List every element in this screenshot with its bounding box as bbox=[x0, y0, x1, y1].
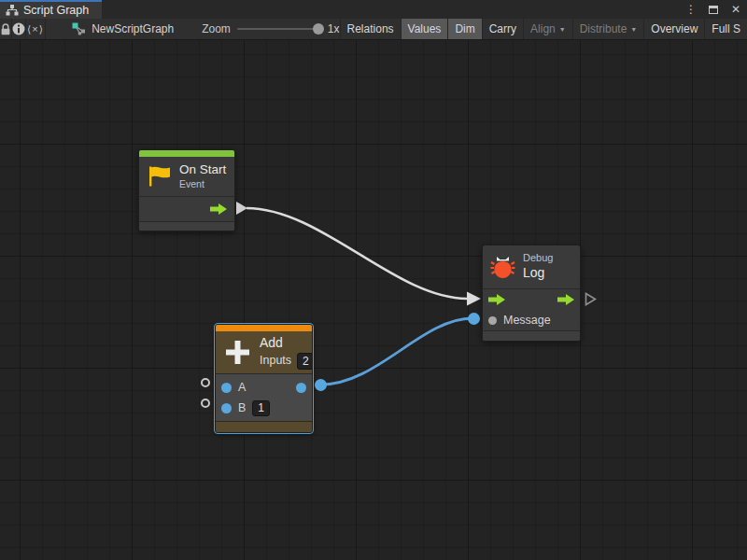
window-menu-icon[interactable]: ⋮ bbox=[684, 2, 698, 17]
node-subtitle: Event bbox=[179, 178, 226, 190]
flow-out-arrow-icon[interactable] bbox=[210, 203, 227, 215]
connected-output-port-dot[interactable] bbox=[315, 379, 327, 391]
node-category: Debug bbox=[523, 252, 553, 265]
connected-message-port-dot[interactable] bbox=[468, 313, 480, 325]
graph-name: NewScriptGraph bbox=[92, 22, 174, 35]
zoom-control: Zoom 1x bbox=[202, 19, 339, 39]
port-row-b: B 1 bbox=[216, 398, 312, 418]
distribute-button[interactable]: Distribute ▼ bbox=[572, 19, 644, 39]
node-on-start-ports bbox=[139, 196, 234, 221]
node-add-footer bbox=[216, 421, 312, 432]
node-debug-log-ports: Message bbox=[483, 288, 580, 330]
port-row-a: A bbox=[216, 377, 312, 398]
graph-breadcrumb[interactable]: NewScriptGraph bbox=[66, 19, 179, 39]
titlebar: Script Graph ⋮ ✕ bbox=[0, 0, 747, 19]
value-wire-add-to-message[interactable] bbox=[321, 318, 472, 385]
zoom-slider[interactable] bbox=[237, 28, 321, 30]
overview-button[interactable]: Overview bbox=[643, 19, 704, 39]
graph-toolbar: ⟨×⟩ NewScriptGraph Zoom 1x Relations V bbox=[0, 19, 747, 40]
close-icon[interactable]: ✕ bbox=[728, 2, 743, 17]
flow-output-port[interactable] bbox=[236, 202, 247, 215]
input-port-a[interactable] bbox=[221, 383, 232, 393]
dim-button[interactable]: Dim bbox=[447, 19, 481, 39]
code-preview-button[interactable]: ⟨×⟩ bbox=[26, 19, 46, 39]
tab-title: Script Graph bbox=[23, 4, 89, 17]
chevron-down-icon: ▼ bbox=[630, 25, 637, 33]
zoom-value: 1x bbox=[328, 22, 340, 35]
chevron-down-icon: ▼ bbox=[559, 25, 566, 33]
output-port-sum[interactable] bbox=[296, 383, 306, 393]
info-button[interactable] bbox=[12, 19, 26, 39]
align-button[interactable]: Align ▼ bbox=[523, 19, 572, 39]
message-port-label: Message bbox=[503, 314, 551, 327]
graph-hierarchy-icon bbox=[6, 5, 19, 16]
node-debug-log-footer bbox=[483, 330, 580, 341]
carry-label: Carry bbox=[489, 22, 516, 35]
flow-out-arrow-icon[interactable] bbox=[557, 294, 574, 305]
event-colorbar bbox=[139, 150, 234, 157]
fullscreen-label: Full S bbox=[712, 22, 740, 35]
node-on-start[interactable]: On Start Event bbox=[138, 149, 235, 231]
node-add-header: Add Inputs 2 bbox=[216, 331, 312, 373]
node-add-ports: A B 1 bbox=[216, 373, 312, 421]
graph-canvas[interactable]: On Start Event bbox=[0, 40, 747, 560]
bug-icon bbox=[490, 256, 515, 279]
maximize-icon[interactable] bbox=[706, 2, 721, 17]
node-on-start-header: On Start Event bbox=[139, 157, 234, 196]
values-label: Values bbox=[408, 22, 442, 35]
flow-port-row bbox=[483, 289, 580, 310]
overview-label: Overview bbox=[651, 22, 698, 35]
node-title: Log bbox=[523, 265, 553, 282]
zoom-label: Zoom bbox=[202, 22, 231, 35]
info-icon bbox=[12, 22, 25, 35]
input-port-b[interactable] bbox=[221, 403, 232, 413]
lock-icon bbox=[0, 23, 11, 35]
relations-label: Relations bbox=[347, 22, 394, 35]
flag-icon bbox=[147, 164, 172, 189]
math-colorbar bbox=[216, 325, 312, 331]
script-graph-window: Script Graph ⋮ ✕ bbox=[0, 0, 747, 560]
code-icon: ⟨×⟩ bbox=[27, 23, 44, 35]
script-graph-asset-icon bbox=[72, 22, 86, 35]
toolbar-buttons: Relations Values Dim Carry Align ▼ Distr… bbox=[340, 19, 747, 39]
message-port-row: Message bbox=[483, 310, 580, 330]
unconnected-flow-output-port[interactable] bbox=[585, 292, 597, 306]
lock-button[interactable] bbox=[0, 19, 12, 39]
node-title: Add bbox=[260, 335, 313, 352]
tab-script-graph[interactable]: Script Graph bbox=[0, 0, 102, 19]
node-on-start-footer bbox=[139, 221, 234, 231]
maximize-glyph bbox=[709, 6, 718, 14]
dim-label: Dim bbox=[455, 22, 474, 35]
port-b-label: B bbox=[238, 401, 246, 414]
plus-icon bbox=[223, 338, 252, 367]
node-title: On Start bbox=[179, 162, 226, 178]
wires-layer bbox=[0, 40, 747, 560]
distribute-label: Distribute bbox=[580, 22, 627, 35]
zoom-slider-thumb[interactable] bbox=[313, 23, 324, 35]
window-controls: ⋮ ✕ bbox=[684, 0, 743, 19]
relations-button[interactable]: Relations bbox=[340, 19, 401, 39]
control-wire-onstart-to-log[interactable] bbox=[247, 208, 467, 299]
port-b-value-field[interactable]: 1 bbox=[252, 400, 270, 416]
node-add-box: Add Inputs 2 A bbox=[215, 324, 313, 433]
values-button[interactable]: Values bbox=[401, 19, 448, 39]
inputs-label: Inputs bbox=[260, 354, 291, 369]
carry-button[interactable]: Carry bbox=[482, 19, 523, 39]
port-a-label: A bbox=[238, 381, 246, 394]
node-on-start-box: On Start Event bbox=[138, 149, 235, 231]
flow-in-arrow-icon[interactable] bbox=[488, 294, 505, 305]
node-debug-log-box: Debug Log bbox=[482, 245, 581, 342]
inputs-count-field[interactable]: 2 bbox=[297, 353, 313, 370]
node-debug-log-header: Debug Log bbox=[483, 245, 580, 288]
node-add[interactable]: Add Inputs 2 A bbox=[215, 324, 313, 433]
message-input-port[interactable] bbox=[488, 316, 497, 325]
fullscreen-button[interactable]: Full S bbox=[704, 19, 747, 39]
align-label: Align bbox=[530, 22, 556, 35]
unconnected-input-port-a[interactable] bbox=[201, 378, 210, 387]
control-wire-arrowhead-icon bbox=[467, 292, 481, 306]
unconnected-input-port-b[interactable] bbox=[201, 399, 210, 408]
node-debug-log[interactable]: Debug Log bbox=[482, 245, 581, 342]
